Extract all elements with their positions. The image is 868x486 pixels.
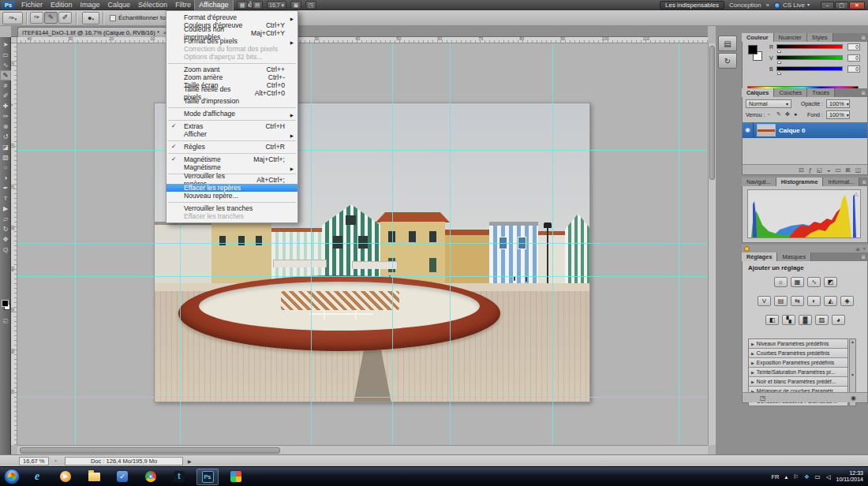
preset-row[interactable]: ▶Courbes Paramètres prédéfinis [749, 349, 847, 358]
taskbar-explorer[interactable] [83, 469, 105, 485]
rectangular-marquee-tool[interactable]: ▭ [0, 50, 11, 60]
menu-item-regles[interactable]: ✓RèglesCtrl+R [166, 143, 297, 151]
close-button[interactable]: ✕ [849, 2, 865, 9]
lock-all-icon[interactable]: ● [794, 111, 797, 117]
tab-informations[interactable]: Informat... [823, 178, 859, 186]
panel-menu-icon[interactable]: ≣ [859, 88, 868, 97]
menu-item-magnetisme[interactable]: ✓MagnétismeMaj+Ctrl+; [166, 155, 297, 163]
taskbar-messenger[interactable]: ✓ [111, 469, 133, 485]
display-icon[interactable]: ▭ [815, 473, 821, 480]
lock-transparent-icon[interactable]: ▫ [768, 111, 769, 117]
tab-masques[interactable]: Masques [777, 252, 811, 261]
panel-menu-icon[interactable]: ≣ [859, 252, 868, 261]
preset-row[interactable]: ▶Teinte/Saturation Paramètres pr... [749, 368, 847, 377]
menu-calque[interactable]: Calque [104, 0, 135, 10]
levels-icon[interactable]: ▦ [791, 277, 804, 287]
opacity-input[interactable]: 100% ▾ [826, 99, 850, 108]
document-size-readout[interactable]: Doc : 126,4 Mo/195,9 Mo [65, 457, 183, 465]
panel-menu-icon[interactable]: ≣ [859, 178, 868, 186]
guide-vertical[interactable] [450, 43, 451, 445]
eraser-tool[interactable]: ◪ [0, 142, 11, 152]
tray-app-icon[interactable]: ❖ [804, 473, 810, 480]
canvas-pane[interactable] [17, 43, 708, 445]
color-balance-icon[interactable]: ⇆ [791, 296, 804, 306]
menu-selection[interactable]: Sélection [134, 0, 171, 10]
tab-navigateur[interactable]: Navigat... [742, 178, 776, 186]
volume-icon[interactable]: ◁ [826, 473, 831, 480]
menu-affichage[interactable]: Affichage [195, 0, 232, 10]
sample-all-layers-checkbox[interactable] [110, 15, 116, 21]
move-tool[interactable]: ➤ [0, 39, 11, 50]
layer-style-icon[interactable]: ƒ [809, 166, 812, 174]
scroll-up-icon[interactable]: ▲ [851, 339, 855, 344]
guide-vertical[interactable] [392, 43, 393, 445]
expanded-view-icon[interactable]: ◉ [851, 394, 856, 402]
arrange-documents-icon[interactable]: ▣ [290, 1, 301, 9]
cs-live-button[interactable]: CS Live ▾ [774, 0, 810, 10]
menu-item-verrouiller-tranches[interactable]: Verrouiller les tranches [166, 204, 297, 212]
clone-stamp-tool[interactable]: ⊕ [0, 122, 11, 132]
lock-pixels-icon[interactable]: ✎ [776, 111, 781, 118]
menu-image[interactable]: Image [77, 0, 104, 10]
menu-item-zoom-arriere[interactable]: Zoom arrièreCtrl+- [166, 73, 297, 81]
brush-mode-subtract-icon[interactable]: ✎ [44, 12, 58, 24]
action-center-flag-icon[interactable]: ⚐ [793, 473, 799, 480]
layer-visibility-icon[interactable]: ◉ [743, 122, 754, 138]
rotate-view-icon[interactable]: ↻ [718, 53, 737, 69]
bridge-icon[interactable]: ▦ [237, 1, 248, 9]
menu-item-format-pixels[interactable]: Format des pixels▶ [166, 37, 297, 45]
menu-item-extras[interactable]: ✓ExtrasCtrl+H [166, 122, 297, 130]
brightness-contrast-icon[interactable]: ☼ [774, 277, 788, 287]
close-panel-icon[interactable]: × [862, 246, 866, 252]
path-selection-tool[interactable]: ▶ [0, 204, 11, 214]
menu-item-couleurs-non-imprimables[interactable]: Couleurs non imprimablesMaj+Ctrl+Y [166, 29, 297, 37]
taskbar-chrome[interactable] [140, 469, 162, 485]
tab-styles[interactable]: Styles [807, 33, 833, 42]
green-slider[interactable] [776, 55, 843, 60]
menu-filtre[interactable]: Filtre [171, 0, 195, 10]
guide-horizontal[interactable] [17, 397, 708, 398]
workspace-les-indispensables[interactable]: Les indispensables [660, 1, 724, 9]
menu-item-afficher[interactable]: Afficher▶ [166, 130, 297, 138]
workspace-conception[interactable]: Conception [729, 0, 761, 10]
hand-tool[interactable]: ✥ [0, 234, 11, 245]
workspace-overflow[interactable]: » [766, 0, 769, 10]
red-value[interactable]: 0 [847, 43, 860, 50]
collapse-panel-icon[interactable]: ⊞ [855, 246, 859, 252]
minimize-button[interactable]: – [821, 2, 834, 9]
guide-horizontal[interactable] [17, 276, 708, 277]
hidden-icons-arrow[interactable]: ▴ [784, 473, 788, 480]
scroll-down-icon[interactable]: ▼ [851, 372, 855, 377]
menu-item-taille-reelle-pixels[interactable]: Taille réelle des pixelsAlt+Ctrl+0 [166, 89, 297, 97]
lasso-tool[interactable]: ∿ [0, 60, 11, 70]
invert-icon[interactable]: ◧ [765, 315, 779, 325]
adjustment-layer-icon[interactable]: ◒ [827, 166, 831, 174]
vertical-scrollbar-thumb[interactable] [709, 46, 715, 180]
menu-item-effacer-reperes[interactable]: Effacer les repères [166, 184, 297, 192]
guide-vertical[interactable] [75, 43, 76, 445]
tab-nuancier[interactable]: Nuancier [774, 33, 807, 42]
new-layer-icon[interactable]: ⊞ [846, 166, 851, 174]
menu-item-magnetisme-submenu[interactable]: Magnétisme▶ [166, 163, 297, 171]
preset-row[interactable]: ▶Exposition Paramètres prédéfinis [749, 358, 847, 368]
horizontal-scrollbar[interactable] [17, 445, 708, 454]
preset-row[interactable]: ▶Noir et blanc Paramètres prédéf... [749, 377, 847, 387]
brush-mode-add-icon[interactable]: ✑ [30, 12, 43, 24]
gradient-tool[interactable]: ▧ [0, 152, 11, 163]
start-button[interactable] [4, 469, 20, 484]
maximize-button[interactable]: ▢ [835, 2, 848, 9]
vertical-ruler[interactable]: 100 1020 3040 5060 70 [11, 43, 17, 445]
menu-fichier[interactable]: Fichier [17, 0, 47, 10]
taskbar-photo-viewer[interactable] [225, 469, 247, 485]
healing-brush-tool[interactable]: ✚ [0, 101, 11, 111]
taskbar-twitter[interactable]: t [168, 469, 190, 485]
menu-item-taille-impression[interactable]: Taille d'impression [166, 97, 297, 105]
layer-group-icon[interactable]: ▭ [836, 166, 841, 174]
status-options-arrow-icon[interactable]: ▶ [188, 458, 192, 464]
tab-histogramme[interactable]: Histogramme [776, 178, 824, 186]
green-slider-thumb[interactable] [777, 61, 781, 64]
menu-item-verrouiller-reperes[interactable]: Verrouiller les repèresAlt+Ctrl+; [166, 176, 297, 184]
blue-slider[interactable] [776, 66, 843, 71]
layer-thumbnail[interactable] [757, 124, 776, 136]
ruler-origin[interactable] [11, 37, 17, 43]
